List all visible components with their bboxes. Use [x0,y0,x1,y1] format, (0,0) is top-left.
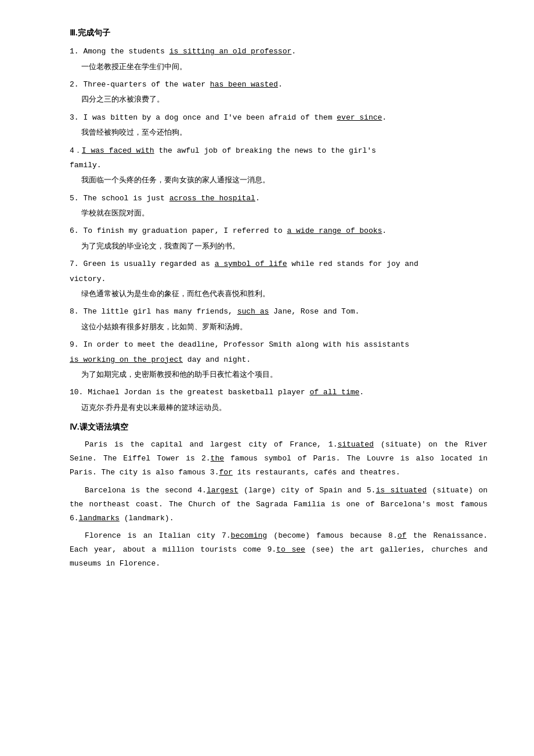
q9-english: 9. In order to meet the deadline, Profes… [70,338,488,351]
q10-chinese: 迈克尔·乔丹是有史以来最棒的篮球运动员。 [81,401,488,414]
q6-chinese: 为了完成我的毕业论文，我查阅了一系列的书。 [81,239,488,253]
p2-ans5: is situated [376,486,427,495]
p1-ans1: situated [337,440,373,449]
p3-ans8: of [398,531,407,540]
q8-chinese: 这位小姑娘有很多好朋友，比如简、罗斯和汤姆。 [81,320,488,333]
q7-chinese: 绿色通常被认为是生命的象征，而红色代表喜悦和胜利。 [81,287,488,300]
q3-answer: ever since [337,113,382,122]
question-5: 5. The school is just across the hospita… [70,192,488,220]
paragraph-2: Barcelona is the second 4.largest (large… [70,484,488,525]
q4-chinese: 我面临一个头疼的任务，要向女孩的家人通报这一消息。 [81,173,488,186]
section-4: Ⅳ.课文语法填空 Paris is the capital and larges… [70,420,488,571]
q2-answer: has been wasted [210,80,278,89]
q5-answer: across the hospital [169,194,255,203]
q4-english-cont: family. [70,159,488,172]
section-3-title: Ⅲ.完成句子 [70,26,488,40]
question-6: 6. To finish my graduation paper, I refe… [70,224,488,253]
q6-answer: a wide range of books [287,226,382,235]
question-3: 3. I was bitten by a dog once and I've b… [70,111,488,139]
question-7: 7. Green is usually regarded as a symbol… [70,257,488,300]
q4-answer: I was faced with [82,146,154,155]
q7-english: 7. Green is usually regarded as a symbol… [70,257,488,271]
question-4: 4．I was faced with the awful job of brea… [70,144,488,187]
question-9: 9. In order to meet the deadline, Profes… [70,338,488,381]
q7-english-cont: victory. [70,272,488,286]
q1-answer: is sitting an old professor [169,47,292,56]
p2-ans4: largest [207,486,239,495]
question-1: 1. Among the students is sitting an old … [70,45,488,73]
q7-answer: a symbol of life [215,260,287,268]
section-4-title: Ⅳ.课文语法填空 [70,420,488,434]
q9-chinese: 为了如期完成，史密斯教授和他的助手日夜忙着这个项目。 [81,368,488,381]
q1-english: 1. Among the students is sitting an old … [70,45,488,58]
p1-ans3: for [219,468,232,477]
q1-chinese: 一位老教授正坐在学生们中间。 [81,60,488,73]
q9-answer: is working on the project [70,355,183,364]
question-2: 2. Three-quarters of the water has been … [70,78,488,106]
q5-english: 5. The school is just across the hospita… [70,192,488,205]
p1-ans2: the [211,454,224,463]
question-10: 10. Michael Jordan is the greatest baske… [70,386,488,414]
paragraph-1: Paris is the capital and largest city of… [70,438,488,480]
p2-ans6: landmarks [79,514,120,523]
q8-english: 8. The little girl has many friends, suc… [70,305,488,318]
section-3: Ⅲ.完成句子 1. Among the students is sitting … [70,26,488,414]
q10-english: 10. Michael Jordan is the greatest baske… [70,386,488,399]
q8-answer: such as [237,307,269,316]
paragraph-3: Florence is an Italian city 7.becoming (… [70,529,488,571]
q2-english: 2. Three-quarters of the water has been … [70,78,488,91]
q4-english: 4．I was faced with the awful job of brea… [70,144,488,157]
q10-answer: of all time [309,388,359,397]
q9-english-cont: is working on the project day and night. [70,353,488,366]
q3-chinese: 我曾经被狗咬过，至今还怕狗。 [81,125,488,139]
q6-english: 6. To finish my graduation paper, I refe… [70,224,488,237]
q3-english: 3. I was bitten by a dog once and I've b… [70,111,488,124]
p3-ans9: to see [276,545,305,554]
q2-chinese: 四分之三的水被浪费了。 [81,92,488,106]
question-8: 8. The little girl has many friends, suc… [70,305,488,333]
p3-ans7: becoming [231,531,267,540]
q5-chinese: 学校就在医院对面。 [81,206,488,219]
